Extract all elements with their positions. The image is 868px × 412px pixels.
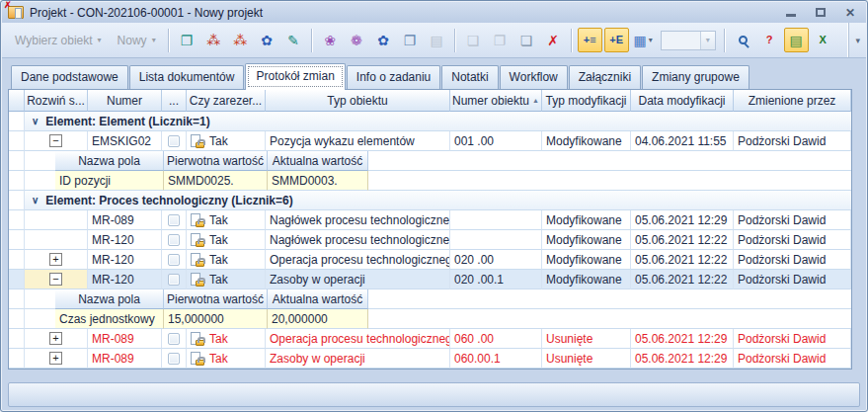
row-indicator bbox=[9, 250, 25, 270]
col-header-typ-modyfikacji[interactable]: Typ modyfikacji bbox=[542, 90, 631, 112]
minimize-button[interactable] bbox=[783, 6, 799, 20]
toolbar-overflow-button[interactable]: ▾ bbox=[848, 23, 860, 57]
chevron-down-icon: ▾ bbox=[649, 36, 653, 44]
copy-document-icon[interactable]: ❐ bbox=[488, 28, 513, 52]
collapse-row-button[interactable]: − bbox=[49, 134, 62, 147]
table-row[interactable]: −MR-120TakZasoby w operacji020 .00.1Mody… bbox=[9, 270, 851, 289]
paste-structure-icon[interactable]: ❐ bbox=[175, 28, 199, 52]
cell-data-modyfikacji: 05.06.2021 12:22 bbox=[631, 230, 734, 250]
notes-icon[interactable]: ▤ bbox=[425, 28, 449, 52]
expand-row-button[interactable]: + bbox=[49, 332, 62, 345]
tab-workflow[interactable]: Workflow bbox=[500, 65, 568, 89]
group-collapse-icon[interactable]: ∨ bbox=[32, 195, 39, 206]
maximize-button[interactable] bbox=[813, 6, 829, 20]
document-object-icon[interactable]: ❁ bbox=[345, 28, 369, 52]
row-indicator-header bbox=[9, 90, 25, 112]
table-row[interactable]: MR-089TakNagłówek procesu technologiczne… bbox=[9, 210, 851, 230]
close-button[interactable]: ✕ bbox=[842, 6, 858, 20]
row-indicator bbox=[9, 191, 25, 210]
detail-col-header-pierwotna-warto[interactable]: Pierwotna wartość bbox=[164, 289, 268, 309]
view-combobox[interactable]: ▾ bbox=[661, 31, 716, 50]
structure-tree-edit-icon[interactable]: ⁂ bbox=[228, 28, 253, 52]
new-document-icon[interactable]: ❏ bbox=[461, 28, 486, 52]
row-checkbox[interactable] bbox=[168, 135, 180, 147]
col-header-czy-zarezer[interactable]: Czy zarezer... bbox=[187, 90, 266, 112]
tab-dane-podstawowe[interactable]: Dane podstawowe bbox=[11, 65, 128, 89]
table-row[interactable]: +MR-089TakZasoby w operacji060.00.1Usuni… bbox=[9, 349, 851, 369]
design-edit-icon[interactable]: ✎ bbox=[281, 28, 306, 52]
row-checkbox[interactable] bbox=[168, 214, 180, 226]
window-title: Projekt - CON-202106-00001 - Nowy projek… bbox=[30, 6, 263, 20]
col-header-[interactable]: ... bbox=[162, 90, 187, 112]
nowy-button[interactable]: Nowy▾ bbox=[111, 30, 163, 51]
table-row[interactable]: −EMSKIG02TakPozycja wykazu elementów001 … bbox=[9, 131, 851, 151]
expand-cell: + bbox=[25, 349, 88, 369]
expand-cell bbox=[25, 230, 88, 250]
table-row[interactable]: +MR-089TakOperacja procesu technologiczn… bbox=[9, 329, 851, 349]
show-changes-toggle-icon[interactable]: +≡ bbox=[578, 28, 602, 52]
group-collapse-icon[interactable]: ∨ bbox=[32, 116, 39, 126]
chevron-down-icon[interactable]: ▾ bbox=[700, 32, 715, 49]
col-header-typ-obiektu[interactable]: Typ obiektu bbox=[266, 90, 450, 112]
expand-details-toggle-icon[interactable]: +E bbox=[604, 28, 629, 52]
wybierz-obiekt-button[interactable]: Wybierz obiekt▾ bbox=[8, 30, 109, 51]
help-icon[interactable]: ? bbox=[757, 28, 782, 52]
detail-cell: 15,000000 bbox=[164, 309, 268, 329]
delete-document-icon[interactable]: ✗ bbox=[541, 28, 566, 52]
image-object-icon[interactable]: ❀ bbox=[318, 28, 343, 52]
detail-col-header-label: Pierwotna wartość bbox=[167, 154, 264, 168]
detail-col-header-aktualna-warto[interactable]: Aktualna wartość bbox=[268, 151, 368, 171]
structure-tree-add-icon[interactable]: ⁂ bbox=[201, 28, 226, 52]
detail-col-header-aktualna-warto[interactable]: Aktualna wartość bbox=[268, 289, 368, 309]
detail-col-header-nazwa-pola[interactable]: Nazwa pola bbox=[55, 289, 164, 309]
picture-view-icon[interactable]: ▦▾ bbox=[631, 28, 656, 52]
export-excel-icon[interactable]: X bbox=[811, 28, 835, 52]
grid-header-row: Rozwiń s...Numer...Czy zarezer...Typ obi… bbox=[9, 90, 851, 112]
table-row[interactable]: +MR-120TakOperacja procesu technologiczn… bbox=[9, 250, 851, 270]
chevron-down-icon: ▾ bbox=[98, 36, 102, 44]
cell-data-modyfikacji: 05.06.2021 12:29 bbox=[631, 329, 734, 349]
tab-protok-zmian[interactable]: Protokół zmian bbox=[245, 63, 345, 90]
detail-col-header-pierwotna-warto[interactable]: Pierwotna wartość bbox=[164, 151, 268, 171]
collapse-row-button[interactable]: − bbox=[49, 273, 62, 286]
cell-numer-obiektu bbox=[450, 210, 542, 230]
col-header-numer-obiektu[interactable]: Numer obiektu▲ bbox=[450, 90, 542, 112]
tab-lista-dokument-w[interactable]: Lista dokumentów bbox=[129, 65, 245, 89]
tab-label: Załączniki bbox=[579, 70, 631, 84]
expand-row-button[interactable]: + bbox=[49, 253, 62, 266]
tab-za-czniki[interactable]: Załączniki bbox=[569, 65, 641, 89]
table-row[interactable]: MR-120TakNagłówek procesu technologiczne… bbox=[9, 230, 851, 250]
tab-label: Workflow bbox=[510, 70, 558, 84]
toolbar-separator bbox=[571, 29, 573, 52]
maximize-icon bbox=[816, 8, 826, 17]
group-row[interactable]: ∨Element: Element (Licznik=1) bbox=[9, 112, 851, 131]
row-checkbox[interactable] bbox=[168, 254, 180, 266]
detail-indent bbox=[25, 151, 55, 171]
tab-label: Protokół zmian bbox=[256, 69, 334, 83]
tab-zmiany-grupowe[interactable]: Zmiany grupowe bbox=[642, 65, 750, 89]
expand-row-button[interactable]: + bbox=[49, 352, 62, 365]
col-header-data-modyfikacji[interactable]: Data modyfikacji bbox=[631, 90, 734, 112]
col-header-numer[interactable]: Numer bbox=[88, 90, 162, 112]
copy-documents-icon[interactable]: ❐ bbox=[398, 28, 423, 52]
col-header-zmienione-przez[interactable]: Zmienione przez bbox=[734, 90, 851, 112]
routing-tree-icon[interactable]: ✿ bbox=[255, 28, 279, 52]
row-checkbox[interactable] bbox=[168, 274, 180, 286]
checkbox-cell bbox=[162, 210, 187, 230]
group-row[interactable]: ∨Element: Proces technologiczny (Licznik… bbox=[9, 191, 851, 210]
col-header-rozwi-s[interactable]: Rozwiń s... bbox=[25, 90, 88, 112]
detail-col-header-nazwa-pola[interactable]: Nazwa pola bbox=[55, 151, 164, 171]
cell-numer: MR-120 bbox=[88, 230, 162, 250]
row-checkbox[interactable] bbox=[168, 353, 180, 365]
properties-list-icon[interactable]: ▤ bbox=[784, 28, 809, 52]
tab-notatki[interactable]: Notatki bbox=[441, 65, 498, 89]
cell-czy-zarezerwowany: Tak bbox=[187, 270, 266, 289]
tab-info-o-zadaniu[interactable]: Info o zadaniu bbox=[347, 65, 440, 89]
detail-cell: SMMD0025. bbox=[164, 171, 268, 191]
object-tree-icon[interactable]: ✿ bbox=[371, 28, 396, 52]
blank-document-icon[interactable]: ❏ bbox=[514, 28, 539, 52]
preview-document-icon[interactable] bbox=[731, 28, 755, 52]
row-checkbox[interactable] bbox=[168, 234, 180, 246]
row-checkbox[interactable] bbox=[168, 333, 180, 345]
detail-cell: ID pozycji bbox=[55, 171, 164, 191]
